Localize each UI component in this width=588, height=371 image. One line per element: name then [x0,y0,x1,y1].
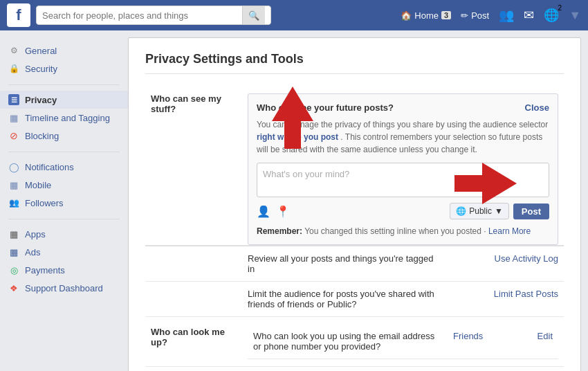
lookup-0-desc: Who can look you up using the email addr… [248,324,448,359]
post-icon-group: 👤 📍 [257,205,445,218]
sidebar-label-blocking: Blocking [25,131,59,141]
remember-note: Remember: You changed this setting inlin… [257,226,549,236]
sidebar-divider-1 [8,84,120,85]
limit-past-link[interactable]: Limit Past Posts [494,289,558,299]
ads-icon [8,246,19,257]
activity-log-text: Review all your posts and things you're … [248,253,433,274]
lookup-inner-table: Who can look you up using the email addr… [248,324,558,359]
section-header-who: Who can see my stuff? [145,87,242,246]
future-posts-box: Who can see your future posts? Close You… [248,93,558,245]
future-posts-title: Who can see your future posts? [257,102,394,113]
nav-home[interactable]: 🏠 Home 3 [401,10,451,21]
limit-past-action: Limit Past Posts [443,282,564,317]
sidebar-label-apps: Apps [25,229,46,239]
sidebar-section-other: Apps Ads Payments Support Dashboard [0,225,128,297]
sidebar-item-privacy[interactable]: Privacy [0,91,128,109]
sidebar-label-security: Security [25,64,57,74]
nav-post-label: Post [471,10,489,21]
page-body: General Security Privacy Timeline and Ta… [0,30,588,371]
future-posts-description: You can manage the privacy of things you… [257,118,549,156]
nav-divider: ▼ [569,8,581,23]
tag-friends-button[interactable]: 👤 [257,205,270,218]
learn-more-link[interactable]: Learn More [488,226,531,236]
desc-link[interactable]: right where you post [257,132,338,142]
sidebar-divider-2 [8,152,120,152]
home-icon: 🏠 [401,10,412,21]
security-icon [8,63,19,74]
sidebar-item-apps[interactable]: Apps [0,225,128,243]
audience-selector-button[interactable]: 🌐 Public ▼ [450,203,509,219]
sidebar-label-notifications: Notifications [25,162,74,172]
close-link[interactable]: Close [525,102,549,113]
sidebar-item-followers[interactable]: Followers [0,194,128,212]
notifications-icon-wrapper[interactable]: 🌐 2 [544,8,559,23]
activity-log-desc: Review all your posts and things you're … [242,246,443,282]
general-icon [8,45,19,56]
desc-part1: You can manage the privacy of things you… [257,120,548,129]
search-submit-button[interactable]: 🔍 [242,6,265,24]
activity-log-header [145,246,242,282]
future-posts-arrow-overlay: Who can see your future posts? Close You… [248,93,558,245]
row-activity-log: Review all your posts and things you're … [145,246,564,282]
sidebar-label-payments: Payments [25,265,65,275]
row-limit-past-posts: Limit the audience for posts you've shar… [145,282,564,317]
sidebar-item-security[interactable]: Security [0,60,128,78]
friend-request-icon[interactable]: 👥 [499,8,514,23]
sidebar-label-timeline: Timeline and Tagging [25,113,110,123]
limit-past-desc: Limit the audience for posts you've shar… [242,282,443,317]
lookup-0-text: Who can look you up using the email addr… [253,331,434,352]
compose-placeholder: What's on your mind? [263,169,349,179]
messages-icon[interactable]: ✉ [524,8,534,23]
facebook-logo: f [7,3,30,27]
activity-log-link[interactable]: Use Activity Log [495,253,559,264]
sidebar-label-mobile: Mobile [25,180,51,190]
privacy-icon [8,94,19,105]
location-button[interactable]: 📍 [276,205,290,218]
future-posts-cell: Who can see your future posts? Close You… [242,87,564,246]
sidebar-label-support: Support Dashboard [25,283,103,293]
nav-post[interactable]: ✏ Post [461,10,489,21]
sidebar-item-mobile[interactable]: Mobile [0,176,128,194]
sidebar-label-ads: Ads [25,247,40,257]
sidebar-label-general: General [25,46,57,56]
notifications-badge: 2 [555,3,565,12]
public-label: Public [469,206,492,216]
lookup-0-action: Edit [531,324,558,359]
page-title: Privacy Settings and Tools [145,52,564,74]
globe-icon: 🌐 [456,206,466,216]
post-controls: 👤 📍 🌐 Public ▼ Post [257,203,549,219]
lookup-1-header [145,367,242,372]
sidebar-label-privacy: Privacy [25,95,57,105]
sidebar-item-notifications[interactable]: Notifications [0,158,128,176]
sidebar-item-general[interactable]: General [0,42,128,60]
remember-text: You changed this setting inline when you… [304,226,486,236]
post-submit-button[interactable]: Post [513,203,549,219]
support-icon [8,282,19,293]
section-header-lookup: Who can look me up? [145,317,242,367]
top-navigation: f 🔍 🏠 Home 3 ✏ Post 👥 ✉ 🌐 2 ▼ [0,0,588,30]
post-compose-area[interactable]: What's on your mind? [257,163,549,197]
sidebar-section-comms: Notifications Mobile Followers [0,158,128,212]
lookup-1-value-action: Friends of Friends Edit [443,367,564,371]
lookup-0-edit[interactable]: Edit [538,331,553,341]
sidebar-item-blocking[interactable]: Blocking [0,127,128,145]
limit-past-header [145,282,242,317]
timeline-icon [8,112,19,123]
sidebar-item-ads[interactable]: Ads [0,243,128,261]
remember-label: Remember: [257,226,302,236]
lookup-first-desc: Who can look you up using the email addr… [242,317,564,367]
limit-past-text: Limit the audience for posts you've shar… [248,289,434,309]
sidebar-item-payments[interactable]: Payments [0,261,128,279]
apps-icon [8,228,19,239]
sidebar-item-support[interactable]: Support Dashboard [0,279,128,297]
section-who-lookup: Who can look me up? Who can look you up … [145,317,564,367]
privacy-table: Who can see my stuff? [145,87,564,371]
lookup-row-0: Who can look you up using the email addr… [248,324,558,359]
search-bar: 🔍 [36,6,271,25]
sidebar-section-privacy: Privacy Timeline and Tagging Blocking [0,91,128,145]
payments-icon [8,264,19,275]
search-input[interactable] [42,10,238,21]
lookup-row-1: Who can look up your timeline by name? F… [145,367,564,372]
dropdown-icon: ▼ [495,206,503,216]
sidebar-item-timeline[interactable]: Timeline and Tagging [0,109,128,127]
